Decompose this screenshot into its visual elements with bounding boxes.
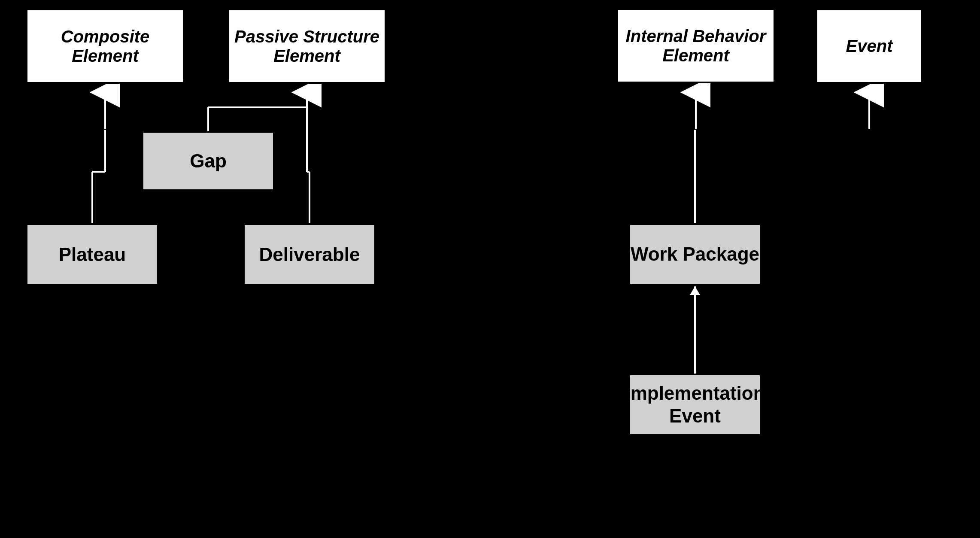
internal-behavior-element-box: Internal Behavior Element xyxy=(616,8,775,83)
event-label: Event xyxy=(846,36,893,56)
implementation-event-label: Implementation Event xyxy=(625,382,765,428)
plateau-label: Plateau xyxy=(59,244,126,265)
internal-behavior-element-label: Internal Behavior Element xyxy=(618,27,774,65)
event-box: Event xyxy=(816,9,923,84)
passive-structure-element-box: Passive Structure Element xyxy=(228,9,386,84)
deliverable-label: Deliverable xyxy=(259,244,360,265)
work-package-box: Work Package xyxy=(628,223,762,286)
composite-element-box: Composite Element xyxy=(26,9,185,84)
implementation-event-box: Implementation Event xyxy=(628,374,762,436)
svg-marker-16 xyxy=(690,286,700,295)
gap-box: Gap xyxy=(142,131,275,191)
passive-structure-element-label: Passive Structure Element xyxy=(229,27,385,66)
composite-element-label: Composite Element xyxy=(27,27,183,66)
gap-label: Gap xyxy=(190,150,227,172)
plateau-box: Plateau xyxy=(26,223,159,286)
work-package-label: Work Package xyxy=(631,243,759,266)
diagram-container: Composite Element Passive Structure Elem… xyxy=(0,0,980,538)
deliverable-box: Deliverable xyxy=(243,223,376,286)
